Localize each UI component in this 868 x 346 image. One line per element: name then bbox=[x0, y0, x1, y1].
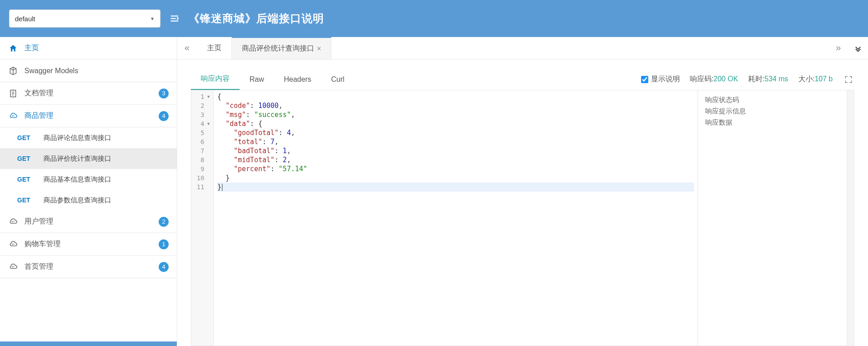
svg-text:API: API bbox=[12, 114, 15, 117]
page-title: 《锋迷商城》后端接口说明 bbox=[189, 11, 324, 26]
tab-label: 商品评价统计查询接口 bbox=[242, 44, 314, 53]
http-method: GET bbox=[17, 176, 33, 183]
tabs-prev-button[interactable] bbox=[177, 37, 197, 59]
sidebar-footer-bar bbox=[0, 341, 177, 346]
sidebar-icon bbox=[8, 89, 18, 98]
sidebar-badge: 2 bbox=[159, 217, 169, 227]
sidebar-item-label: 文档管理 bbox=[24, 89, 152, 98]
response-status: 响应码:200 OK bbox=[690, 75, 738, 84]
line-gutter: 1▼234▼567891011 bbox=[191, 90, 214, 346]
sidebar-badge: 1 bbox=[159, 239, 169, 249]
tab-label: 主页 bbox=[207, 43, 222, 53]
show-description-checkbox[interactable]: 显示说明 bbox=[641, 75, 680, 84]
close-icon[interactable]: × bbox=[317, 45, 321, 53]
sidebar-icon: API bbox=[8, 111, 18, 121]
scrollbar[interactable] bbox=[847, 90, 854, 346]
tabs-bar: 主页商品评价统计查询接口× bbox=[177, 37, 868, 60]
response-time: 耗时:534 ms bbox=[748, 75, 788, 84]
tab-1[interactable]: 商品评价统计查询接口× bbox=[232, 37, 331, 59]
sidebar-icon bbox=[8, 66, 18, 76]
sidebar-icon: API bbox=[8, 239, 18, 249]
sidebar-item-label: 商品管理 bbox=[24, 111, 152, 121]
select-value: default bbox=[15, 15, 35, 23]
sidebar-subitem-label: 商品评论信息查询接口 bbox=[43, 134, 111, 142]
sidebar-badge: 3 bbox=[159, 89, 169, 98]
sidebar-item-label: 用户管理 bbox=[24, 217, 152, 226]
code-editor[interactable]: 1▼234▼567891011 { "code": 10000, "msg": … bbox=[191, 90, 698, 346]
tabs-menu-button[interactable] bbox=[848, 37, 868, 59]
fullscreen-icon[interactable] bbox=[843, 75, 854, 84]
tabs-next-button[interactable] bbox=[828, 37, 848, 59]
description-line: 响应状态码 bbox=[705, 96, 840, 104]
sidebar-subitem-2[interactable]: GET商品基本信息查询接口 bbox=[0, 169, 177, 190]
sidebar-subitem-3[interactable]: GET商品参数信息查询接口 bbox=[0, 190, 177, 210]
sidebar: 主页 Swagger Models文档管理3API商品管理4GET商品评论信息查… bbox=[0, 37, 177, 346]
http-method: GET bbox=[17, 155, 33, 162]
sidebar-home[interactable]: 主页 bbox=[0, 37, 177, 60]
svg-text:API: API bbox=[12, 220, 15, 222]
sidebar-item-3[interactable]: API用户管理2 bbox=[0, 210, 177, 233]
sidebar-item-label: 首页管理 bbox=[24, 262, 152, 271]
response-tab-2[interactable]: Headers bbox=[274, 69, 321, 90]
http-method: GET bbox=[17, 196, 33, 204]
menu-toggle-icon[interactable] bbox=[170, 14, 179, 23]
sidebar-icon: API bbox=[8, 217, 18, 227]
sidebar-subitem-label: 商品评价统计查询接口 bbox=[43, 154, 111, 163]
sidebar-item-4[interactable]: API购物车管理1 bbox=[0, 233, 177, 256]
sidebar-subitem-0[interactable]: GET商品评论信息查询接口 bbox=[0, 127, 177, 148]
response-tab-0[interactable]: 响应内容 bbox=[191, 69, 240, 90]
svg-text:API: API bbox=[12, 265, 15, 267]
sidebar-icon: API bbox=[8, 262, 18, 272]
sidebar-subitem-label: 商品基本信息查询接口 bbox=[43, 175, 111, 184]
description-line: 响应数据 bbox=[705, 118, 840, 127]
response-tab-1[interactable]: Raw bbox=[240, 69, 274, 90]
sidebar-item-label: Swagger Models bbox=[24, 67, 169, 75]
sidebar-item-0[interactable]: Swagger Models bbox=[0, 60, 177, 82]
api-group-select[interactable]: default ▼ bbox=[9, 9, 160, 28]
show-description-label: 显示说明 bbox=[651, 75, 680, 84]
sidebar-item-1[interactable]: 文档管理3 bbox=[0, 82, 177, 105]
sidebar-home-label: 主页 bbox=[24, 43, 169, 53]
response-size: 大小:107 b bbox=[798, 75, 833, 84]
sidebar-badge: 4 bbox=[159, 262, 169, 272]
chevron-down-icon: ▼ bbox=[150, 16, 155, 21]
sidebar-item-2[interactable]: API商品管理4 bbox=[0, 105, 177, 127]
code-content[interactable]: { "code": 10000, "msg": "success", "data… bbox=[214, 90, 698, 346]
response-header: 响应内容RawHeadersCurl 显示说明 响应码:200 OK 耗时:53… bbox=[191, 69, 854, 90]
description-line: 响应提示信息 bbox=[705, 107, 840, 116]
header: default ▼ 《锋迷商城》后端接口说明 bbox=[0, 0, 868, 37]
home-icon bbox=[8, 43, 18, 53]
svg-text:API: API bbox=[12, 243, 15, 245]
response-body: 1▼234▼567891011 { "code": 10000, "msg": … bbox=[191, 90, 854, 346]
sidebar-badge: 4 bbox=[159, 111, 169, 121]
response-tab-3[interactable]: Curl bbox=[321, 69, 354, 90]
sidebar-subitem-1[interactable]: GET商品评价统计查询接口 bbox=[0, 148, 177, 169]
sidebar-subitem-label: 商品参数信息查询接口 bbox=[43, 196, 111, 205]
http-method: GET bbox=[17, 134, 33, 141]
sidebar-item-5[interactable]: API首页管理4 bbox=[0, 256, 177, 278]
show-description-input[interactable] bbox=[641, 76, 648, 83]
tab-0[interactable]: 主页 bbox=[197, 37, 232, 59]
description-panel: 响应状态码响应提示信息响应数据 bbox=[698, 90, 847, 346]
sidebar-item-label: 购物车管理 bbox=[24, 239, 152, 249]
